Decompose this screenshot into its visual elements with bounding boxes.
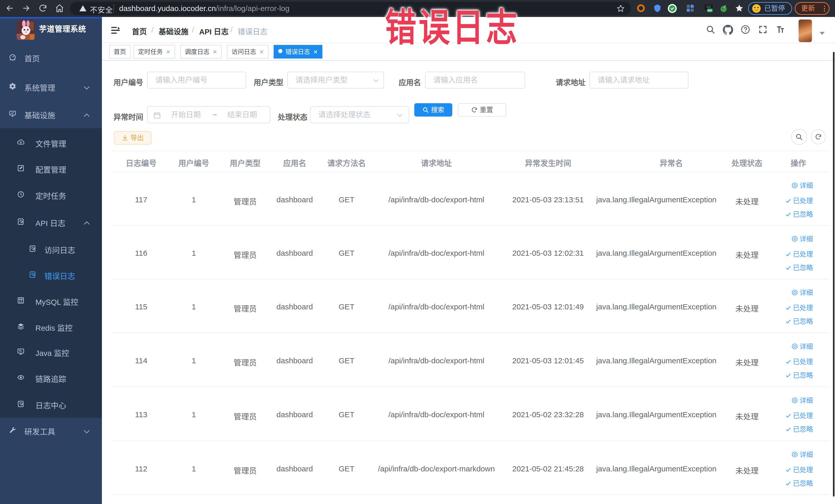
- svg-text:OFF: OFF: [708, 9, 712, 12]
